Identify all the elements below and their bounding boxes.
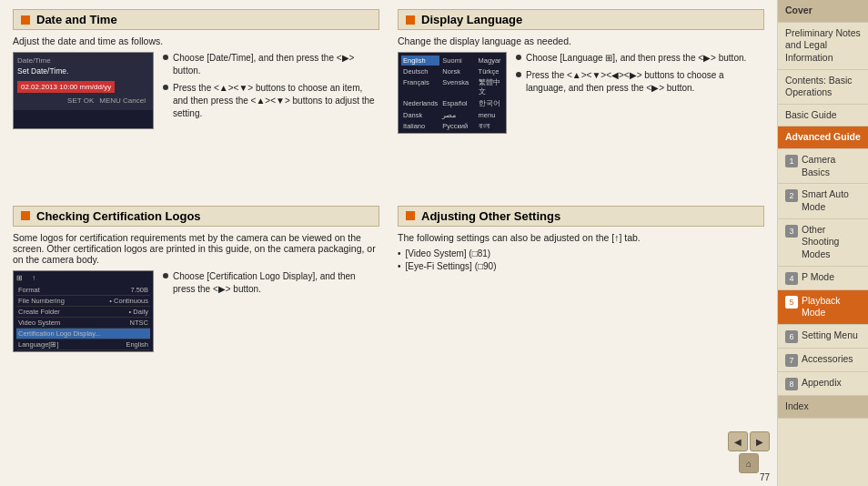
lang-wf: Wikifiwaka <box>401 133 439 134</box>
dt-bullet-2: Press the <▲><▼> buttons to choose an it… <box>163 82 379 120</box>
sidebar-item-basic-guide[interactable]: Basic Guide <box>778 105 868 127</box>
sidebar-item-camera-basics[interactable]: 1 Camera Basics <box>778 149 868 184</box>
cert-label-folder: Create Folder <box>18 308 60 316</box>
sidebar-item-other-shooting[interactable]: 3 Other Shooting Modes <box>778 219 868 267</box>
cert-thumb-inner: ⊞ ↑ Format 7.50B File Numbering • Contin… <box>14 271 153 352</box>
nav-prev-button[interactable]: ◀ <box>728 431 748 451</box>
adj-item-text-1: [Video System] (□81) <box>406 248 491 258</box>
adj-item-2: • [Eye-Fi Settings] (□90) <box>398 261 764 271</box>
lang-thumb-inner: English Suomi Magyar Deutsch Norsk Türkç… <box>399 53 506 134</box>
adjusting-desc: The following settings can also be adjus… <box>398 232 764 243</box>
sidebar-item-preliminary[interactable]: Preliminary Notes and Legal Information <box>778 23 868 70</box>
lang-bullet-2: Press the <▲><▼><◀><▶> buttons to choose… <box>516 69 764 95</box>
sidebar-item-advanced-guide[interactable]: Advanced Guide <box>778 127 868 149</box>
display-language-desc: Change the display language as needed. <box>398 35 764 46</box>
sidebar-item-smart-auto[interactable]: 2 Smart Auto Mode <box>778 184 868 218</box>
dt-row-date: 02.02.2013 10:00 mm/dd/yy <box>17 81 149 93</box>
certification-title: Checking Certification Logos <box>36 209 201 223</box>
dt-ok: SET OK <box>67 96 94 105</box>
sidebar-item-appendix[interactable]: 8 Appendix <box>778 372 868 396</box>
lang-bengali: বাংলা <box>477 121 503 132</box>
sidebar-label-other-shooting: Other Shooting Modes <box>802 224 861 261</box>
lang-francais: Français <box>401 77 439 97</box>
cert-label-lang: Language[⊞] <box>18 340 59 349</box>
lang-bullet-text-1: Choose [Language ⊞], and then press the … <box>526 52 746 65</box>
lang-russian: Русский <box>440 121 475 132</box>
lang-deutsch: Deutsch <box>401 66 439 76</box>
certification-section: Checking Certification Logos Some logos … <box>13 206 379 411</box>
sidebar-item-cover[interactable]: Cover <box>778 0 868 23</box>
date-time-desc: Adjust the date and time as follows. <box>13 35 379 46</box>
adjusting-items: • [Video System] (□81) • [Eye-Fi Setting… <box>398 248 764 271</box>
nav-buttons: ◀ ▶ ⌂ <box>728 431 770 473</box>
certification-thumbnail: ⊞ ↑ Format 7.50B File Numbering • Contin… <box>13 270 154 352</box>
sidebar-label-cover: Cover <box>785 5 812 15</box>
sidebar-item-index[interactable]: Index <box>778 396 868 419</box>
adjusting-title: Adjusting Other Settings <box>421 209 560 223</box>
cert-label-video: Video System <box>18 319 60 327</box>
dt-bottom: SET OK MENU Cancel <box>17 95 149 106</box>
sidebar-item-contents[interactable]: Contents: Basic Operations <box>778 70 868 105</box>
sidebar-label-appendix: Appendix <box>802 377 842 390</box>
lang-bullets: Choose [Language ⊞], and then press the … <box>516 52 764 134</box>
lang-english: English <box>401 56 439 66</box>
dt-bullet-text-1: Choose [Date/Time], and then press the <… <box>173 52 379 77</box>
cert-val-filenumber: • Continuous <box>109 297 148 305</box>
nav-home-button[interactable]: ⌂ <box>739 453 759 473</box>
lang-korean: 한국어 <box>477 98 503 109</box>
sidebar-item-accessories[interactable]: 7 Accessories <box>778 349 868 372</box>
sidebar-item-setting-menu[interactable]: 6 Setting Menu <box>778 325 868 349</box>
display-language-content: English Suomi Magyar Deutsch Norsk Türkç… <box>398 52 764 134</box>
dt-row-sublabel: Set Date/Time. <box>17 66 149 76</box>
adj-bullet-char-2: • <box>398 261 401 271</box>
sidebar-label-camera-basics: Camera Basics <box>802 154 861 178</box>
sidebar-num-3: 3 <box>785 225 798 238</box>
sidebar-num-1: 1 <box>785 155 798 167</box>
lang-arabic: مصر <box>440 110 475 120</box>
cert-label-format: Format <box>18 286 40 294</box>
display-language-header: Display Language <box>398 9 764 30</box>
adjusting-section: Adjusting Other Settings The following s… <box>398 206 764 411</box>
sidebar: Cover Preliminary Notes and Legal Inform… <box>777 0 868 486</box>
dt-bullet-text-2: Press the <▲><▼> buttons to choose an it… <box>173 82 379 120</box>
sidebar-num-8: 8 <box>785 378 798 390</box>
section-marker-3 <box>21 211 30 220</box>
lang-menu: menu <box>477 110 503 120</box>
nav-prev-next-row: ◀ ▶ <box>728 431 770 451</box>
lang-dansk: Dansk <box>401 110 439 120</box>
cert-bullet-text-1: Choose [Certification Logo Display], and… <box>173 270 379 296</box>
sidebar-label-playback: Playback Mode <box>802 295 861 319</box>
sidebar-item-playback[interactable]: 5 Playback Mode <box>778 290 868 325</box>
date-time-header: Date and Time <box>13 9 379 30</box>
lang-portuguese: Português <box>440 133 475 134</box>
lang-svenska: Svenska <box>440 77 475 97</box>
lang-suomi: Suomi <box>440 56 475 66</box>
lang-dot-1 <box>516 55 521 60</box>
adj-bullet-char-1: • <box>398 248 401 258</box>
cert-bullets: Choose [Certification Logo Display], and… <box>163 270 379 352</box>
certification-content: ⊞ ↑ Format 7.50B File Numbering • Contin… <box>13 270 379 352</box>
lang-trad-chinese: 繁體中文 <box>477 77 503 97</box>
cert-row-certlogo: Certification Logo Display... <box>16 329 150 339</box>
cert-row-folder: Create Folder • Daily <box>16 307 150 318</box>
display-language-title: Display Language <box>421 13 522 26</box>
cert-row-video: Video System NTSC <box>16 318 150 329</box>
sidebar-num-6: 6 <box>785 330 798 343</box>
cert-val-format: 7.50B <box>130 286 148 294</box>
date-time-thumbnail: Date/Time Set Date/Time. 02.02.2013 10:0… <box>13 52 154 129</box>
sidebar-label-preliminary: Preliminary Notes and Legal Information <box>785 27 861 63</box>
lang-nederlands: Nederlands <box>401 98 439 109</box>
lang-turkce: Türkçe <box>477 66 503 76</box>
sidebar-label-smart-auto: Smart Auto Mode <box>802 188 861 213</box>
lang-acedna: Acedna <box>477 133 503 134</box>
sidebar-num-4: 4 <box>785 272 798 285</box>
nav-next-button[interactable]: ▶ <box>750 431 770 451</box>
sidebar-item-p-mode[interactable]: 4 P Mode <box>778 267 868 290</box>
page-number: 77 <box>760 472 770 482</box>
sidebar-label-contents: Contents: Basic Operations <box>785 75 853 98</box>
section-marker <box>21 15 30 25</box>
cert-row-format: Format 7.50B <box>16 285 150 296</box>
lang-magyar: Magyar <box>477 56 503 66</box>
adjusting-header: Adjusting Other Settings <box>398 206 764 227</box>
certification-header: Checking Certification Logos <box>13 206 379 227</box>
